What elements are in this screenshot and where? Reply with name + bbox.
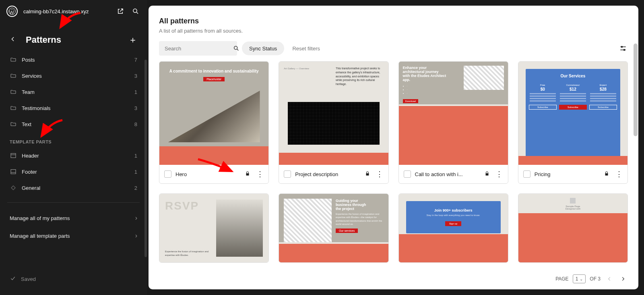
view-options-button[interactable] (618, 44, 628, 53)
preview-text: with the Études Architect (403, 74, 446, 78)
template-parts-list: Header 1 Footer 1 General 2 (0, 148, 147, 196)
panel-header: All patterns A list of all patterns from… (149, 6, 638, 41)
search-icon[interactable] (233, 45, 239, 52)
svg-rect-2 (11, 154, 16, 158)
sidebar-item-team[interactable]: Team 1 (5, 84, 142, 100)
main: All patterns A list of all patterns from… (147, 0, 644, 295)
preview-text: Join 900+ subscribers (409, 208, 497, 212)
pattern-preview: A commitment to innovation and sustainab… (159, 62, 268, 165)
panel-scrollbar[interactable] (634, 44, 638, 136)
sidebar-item-footer[interactable]: Footer 1 (5, 164, 142, 180)
sync-status-filter[interactable]: Sync Status (242, 42, 284, 55)
svg-point-4 (234, 46, 237, 50)
wordpress-logo-icon[interactable] (6, 6, 18, 17)
preview-text: Free (529, 84, 557, 86)
sidebar-scrollbar[interactable] (144, 60, 147, 257)
card-title: Call to action with i... (415, 171, 481, 177)
pattern-card-pricing[interactable]: Our Services Free$0Subscribe Connoisseur… (518, 61, 628, 184)
svg-point-5 (621, 46, 623, 48)
manage-patterns-link[interactable]: Manage all of my patterns › (0, 209, 147, 227)
card-actions-menu[interactable]: ⋮ (256, 170, 264, 179)
pattern-card-hero[interactable]: A commitment to innovation and sustainab… (159, 61, 269, 184)
sidebar-item-header[interactable]: Header 1 (5, 148, 142, 164)
pattern-card[interactable]: Join 900+ subscribers Stay in the loop w… (398, 193, 508, 263)
card-actions-menu[interactable]: ⋮ (495, 170, 503, 179)
preview-text: Expert (589, 84, 617, 86)
svg-point-6 (624, 49, 625, 50)
pattern-preview: Join 900+ subscribers Stay in the loop w… (399, 194, 508, 262)
add-pattern-button[interactable]: ＋ (128, 34, 137, 46)
preview-text: Guiding your (336, 199, 358, 203)
panel-subtitle: A list of all patterns from all sources. (159, 28, 628, 34)
sidebar-item-count: 3 (134, 105, 137, 111)
pattern-preview: RSVP Experience the fusion of imaginatio… (159, 194, 268, 262)
select-checkbox[interactable] (284, 170, 291, 178)
search-input[interactable] (164, 45, 233, 52)
sidebar-item-count: 1 (134, 89, 137, 95)
site-name[interactable]: calming-bb7c24.instawp.xyz (23, 8, 110, 15)
header-layout-icon (10, 152, 17, 159)
sidebar-item-testimonials[interactable]: Testimonials 3 (5, 100, 142, 116)
chevron-down-icon: ⌄ (580, 277, 583, 281)
sidebar-item-text[interactable]: Text 8 (5, 116, 142, 132)
panel-title: All patterns (159, 17, 628, 25)
pattern-preview: Enhance your architectural journey with … (399, 62, 508, 165)
sidebar-item-label: Services (22, 73, 130, 79)
select-checkbox[interactable] (523, 170, 530, 178)
saved-status: Saved (0, 269, 45, 289)
back-button[interactable] (10, 36, 19, 44)
pattern-card[interactable]: Guiding yourbusiness throughthe project … (279, 193, 388, 263)
pattern-preview: Sample Page Designed with (518, 194, 627, 262)
manage-template-parts-link[interactable]: Manage all template parts › (0, 227, 147, 245)
pattern-card-cta[interactable]: Enhance your architectural journey with … (398, 61, 508, 184)
sidebar-title: Patterns (26, 35, 128, 45)
select-checkbox[interactable] (404, 170, 411, 178)
card-title: Pricing (535, 171, 600, 177)
prev-page-button[interactable] (605, 274, 614, 284)
sidebar-item-posts[interactable]: Posts 7 (5, 52, 142, 68)
pattern-card-project-description[interactable]: Art Gallery — Overview This transformati… (279, 61, 388, 184)
sidebar-item-count: 7 (134, 57, 137, 63)
chevron-right-icon: › (135, 214, 137, 222)
next-page-button[interactable] (618, 274, 628, 284)
page-select[interactable]: 1 ⌄ (573, 274, 586, 283)
search-icon[interactable] (131, 6, 140, 16)
open-site-icon[interactable] (116, 6, 125, 16)
lock-icon (485, 171, 491, 178)
chevron-right-icon: › (135, 232, 137, 239)
preview-text: Sign up (445, 221, 461, 226)
card-title: Hero (175, 171, 241, 177)
sidebar-item-services[interactable]: Services 3 (5, 68, 142, 84)
preview-text: RSVP (165, 199, 212, 212)
preview-text: app. (403, 78, 411, 82)
sidebar-item-general[interactable]: General 2 (5, 180, 142, 196)
card-actions-menu[interactable]: ⋮ (615, 170, 623, 179)
select-checkbox[interactable] (164, 170, 171, 178)
page-current: 1 (576, 276, 578, 282)
sidebar-item-label: Posts (22, 57, 130, 63)
folder-icon (10, 104, 17, 112)
sidebar-item-label: Text (22, 121, 130, 127)
content-panel: All patterns A list of all patterns from… (149, 6, 638, 289)
pagination: PAGE 1 ⌄ OF 3 (555, 274, 628, 284)
sidebar-item-count: 1 (134, 153, 137, 159)
reset-filters-button[interactable]: Reset filters (289, 46, 323, 52)
sidebar-item-label: Team (22, 89, 130, 95)
toolbar: Sync Status Reset filters (149, 41, 638, 61)
sidebar-item-count: 8 (134, 121, 137, 127)
preview-text: the project (336, 207, 354, 211)
pattern-card[interactable]: Sample Page Designed with (518, 193, 628, 263)
card-actions-menu[interactable]: ⋮ (376, 170, 384, 179)
page-of-label: OF 3 (590, 276, 601, 282)
sidebar-item-count: 3 (134, 73, 137, 79)
preview-text: architectural journey (403, 70, 439, 74)
preview-text: Connoisseur (559, 84, 587, 86)
search-box[interactable] (159, 41, 237, 56)
preview-text: A commitment to innovation and sustainab… (159, 69, 268, 73)
pattern-card[interactable]: RSVP Experience the fusion of imaginatio… (159, 193, 269, 263)
section-heading-label: TEMPLATE PARTS (10, 139, 52, 144)
card-footer: Project description ⋮ (279, 165, 388, 183)
patterns-header: Patterns ＋ (0, 23, 147, 52)
preview-text: Art Gallery — Overview (284, 67, 309, 70)
sidebar-item-count: 2 (134, 185, 137, 191)
